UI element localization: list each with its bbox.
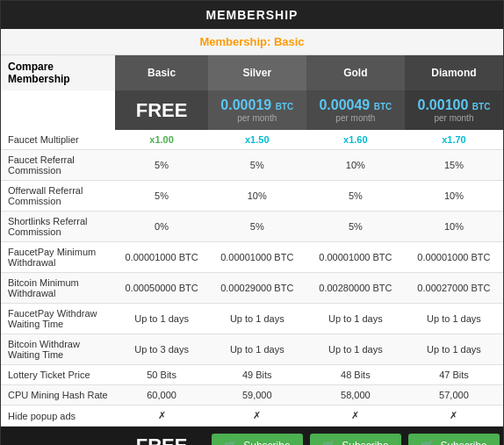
current-membership: Membership: Basic (1, 29, 503, 55)
subscribe-diamond-button[interactable]: 🛒 Subscribe (408, 434, 500, 445)
price-diamond: 0.00100 BTC per month (405, 90, 503, 130)
diamond-price-amount: 0.00100 BTC (408, 97, 500, 113)
table-row: Lottery Ticket Price50 Bits49 Bits48 Bit… (1, 365, 503, 385)
row-3-label: Shortlinks Referral Commission (1, 212, 115, 242)
col-gold-header: Gold (306, 55, 405, 90)
price-row-label (1, 90, 115, 130)
row-5-basic: 0.00050000 BTC (115, 273, 207, 304)
row-8-diamond: 47 Bits (405, 365, 503, 385)
row-10-gold: ✗ (306, 406, 405, 427)
table-row: Offerwall Referral Commission5%10%5%10% (1, 181, 503, 212)
footer-basic-cell: FREE (115, 427, 207, 446)
footer-silver-cell: 🛒 Subscribe (208, 427, 306, 446)
row-3-gold: 5% (306, 212, 405, 242)
row-2-gold: 5% (306, 181, 405, 212)
row-6-basic: Up to 1 days (115, 304, 207, 334)
table-row: Faucet Referral Commission5%5%10%15% (1, 150, 503, 181)
footer-label-cell (1, 427, 115, 446)
row-0-silver: x1.50 (208, 130, 306, 150)
row-1-basic: 5% (115, 150, 207, 181)
table-row: CPU Mining Hash Rate60,00059,00058,00057… (1, 385, 503, 406)
row-9-gold: 58,000 (306, 385, 405, 406)
row-7-diamond: Up to 1 days (405, 334, 503, 365)
row-0-basic: x1.00 (115, 130, 207, 150)
price-basic: FREE (115, 90, 207, 130)
row-6-diamond: Up to 1 days (405, 304, 503, 334)
row-2-silver: 10% (208, 181, 306, 212)
cart-icon-diamond: 🛒 (421, 440, 434, 445)
row-2-basic: 5% (115, 181, 207, 212)
table-row: Shortlinks Referral Commission0%5%5%10% (1, 212, 503, 242)
table-row: FaucetPay Minimum Withdrawal0.00001000 B… (1, 242, 503, 273)
row-2-label: Offerwall Referral Commission (1, 181, 115, 212)
subscribe-silver-button[interactable]: 🛒 Subscribe (212, 434, 303, 445)
panel-title: MEMBERSHIP (206, 8, 299, 22)
footer-gold-cell: 🛒 Subscribe (306, 427, 405, 446)
table-row: FaucetPay Withdraw Waiting TimeUp to 1 d… (1, 304, 503, 334)
table-row: Faucet Multiplierx1.00x1.50x1.60x1.70 (1, 130, 503, 150)
row-9-label: CPU Mining Hash Rate (1, 385, 115, 406)
row-8-label: Lottery Ticket Price (1, 365, 115, 385)
row-4-silver: 0.00001000 BTC (208, 242, 306, 273)
cart-icon-gold: 🛒 (322, 440, 335, 445)
row-1-diamond: 15% (405, 150, 503, 181)
col-basic-header: Basic (115, 55, 207, 90)
row-5-label: Bitcoin Minimum Withdrawal (1, 273, 115, 304)
gold-price-period: per month (310, 113, 401, 123)
row-2-diamond: 10% (405, 181, 503, 212)
row-1-gold: 10% (306, 150, 405, 181)
price-silver: 0.00019 BTC per month (208, 90, 306, 130)
row-5-silver: 0.00029000 BTC (208, 273, 306, 304)
row-3-basic: 0% (115, 212, 207, 242)
row-8-silver: 49 Bits (208, 365, 306, 385)
row-4-gold: 0.00001000 BTC (306, 242, 405, 273)
row-8-basic: 50 Bits (115, 365, 207, 385)
row-6-silver: Up to 1 days (208, 304, 306, 334)
row-8-gold: 48 Bits (306, 365, 405, 385)
gold-price-amount: 0.00049 BTC (310, 97, 401, 113)
row-1-label: Faucet Referral Commission (1, 150, 115, 181)
table-row: Hide popup ads✗✗✗✗ (1, 406, 503, 427)
compare-label: Compare Membership (1, 55, 115, 90)
basic-price-text: FREE (136, 99, 188, 121)
row-4-basic: 0.00001000 BTC (115, 242, 207, 273)
row-4-diamond: 0.00001000 BTC (405, 242, 503, 273)
current-value: Basic (274, 35, 305, 48)
table-row: Bitcoin Minimum Withdrawal0.00050000 BTC… (1, 273, 503, 304)
col-silver-header: Silver (208, 55, 306, 90)
row-3-silver: 5% (208, 212, 306, 242)
row-7-label: Bitcoin Withdraw Waiting Time (1, 334, 115, 365)
row-7-basic: Up to 3 days (115, 334, 207, 365)
row-7-silver: Up to 1 days (208, 334, 306, 365)
subscribe-gold-button[interactable]: 🛒 Subscribe (310, 434, 401, 445)
row-9-basic: 60,000 (115, 385, 207, 406)
diamond-price-period: per month (408, 113, 500, 123)
price-gold: 0.00049 BTC per month (306, 90, 405, 130)
col-diamond-header: Diamond (405, 55, 503, 90)
row-1-silver: 5% (208, 150, 306, 181)
row-0-label: Faucet Multiplier (1, 130, 115, 150)
row-10-basic: ✗ (115, 406, 207, 427)
row-0-diamond: x1.70 (405, 130, 503, 150)
row-0-gold: x1.60 (306, 130, 405, 150)
row-6-gold: Up to 1 days (306, 304, 405, 334)
cart-icon-silver: 🛒 (224, 440, 237, 445)
panel-header: MEMBERSHIP (1, 1, 503, 29)
footer-diamond-cell: 🛒 Subscribe (405, 427, 503, 446)
membership-panel: MEMBERSHIP Membership: Basic Compare Mem… (0, 0, 504, 445)
row-10-diamond: ✗ (405, 406, 503, 427)
row-6-label: FaucetPay Withdraw Waiting Time (1, 304, 115, 334)
row-4-label: FaucetPay Minimum Withdrawal (1, 242, 115, 273)
current-label: Membership: (199, 35, 270, 48)
row-9-diamond: 57,000 (405, 385, 503, 406)
row-5-diamond: 0.00027000 BTC (405, 273, 503, 304)
silver-price-amount: 0.00019 BTC (212, 97, 303, 113)
table-row: Bitcoin Withdraw Waiting TimeUp to 3 day… (1, 334, 503, 365)
footer-row: FREE 🛒 Subscribe 🛒 Subscribe (1, 427, 503, 446)
row-3-diamond: 10% (405, 212, 503, 242)
row-10-silver: ✗ (208, 406, 306, 427)
row-9-silver: 59,000 (208, 385, 306, 406)
row-5-gold: 0.00280000 BTC (306, 273, 405, 304)
row-10-label: Hide popup ads (1, 406, 115, 427)
row-7-gold: Up to 1 days (306, 334, 405, 365)
